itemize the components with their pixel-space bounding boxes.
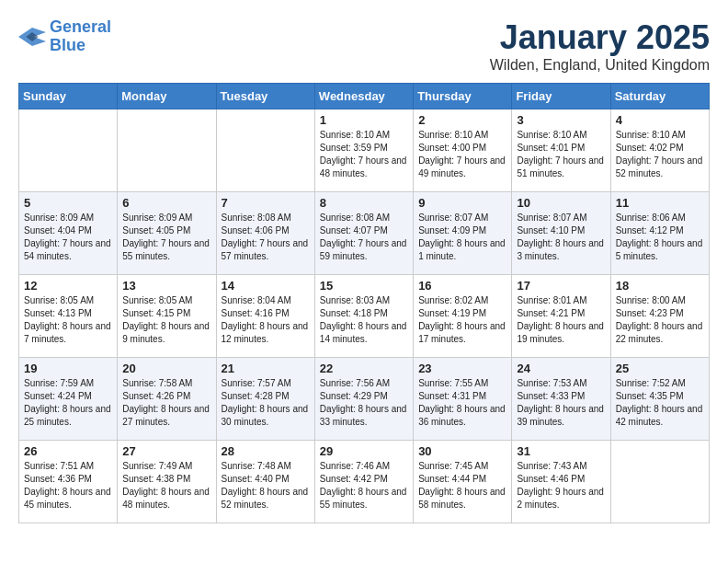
calendar-cell: 16Sunrise: 8:02 AM Sunset: 4:19 PM Dayli… <box>414 275 512 358</box>
calendar-cell: 17Sunrise: 8:01 AM Sunset: 4:21 PM Dayli… <box>512 275 610 358</box>
day-detail: Sunrise: 8:10 AM Sunset: 3:59 PM Dayligh… <box>320 129 408 180</box>
day-number: 10 <box>517 196 605 210</box>
calendar-cell: 13Sunrise: 8:05 AM Sunset: 4:15 PM Dayli… <box>118 275 216 358</box>
day-detail: Sunrise: 7:46 AM Sunset: 4:42 PM Dayligh… <box>320 460 408 511</box>
day-detail: Sunrise: 8:00 AM Sunset: 4:23 PM Dayligh… <box>616 294 704 346</box>
day-detail: Sunrise: 8:09 AM Sunset: 4:05 PM Dayligh… <box>122 212 210 263</box>
day-number: 14 <box>222 279 310 293</box>
calendar-cell: 4Sunrise: 8:10 AM Sunset: 4:02 PM Daylig… <box>610 109 709 192</box>
day-number: 2 <box>418 113 506 127</box>
week-row-1: 1Sunrise: 8:10 AM Sunset: 3:59 PM Daylig… <box>19 109 710 192</box>
day-detail: Sunrise: 8:08 AM Sunset: 4:06 PM Dayligh… <box>222 212 310 263</box>
day-detail: Sunrise: 8:07 AM Sunset: 4:10 PM Dayligh… <box>517 212 605 263</box>
calendar-cell: 8Sunrise: 8:08 AM Sunset: 4:07 PM Daylig… <box>314 192 413 275</box>
calendar-cell: 3Sunrise: 8:10 AM Sunset: 4:01 PM Daylig… <box>512 109 610 192</box>
title-block: January 2025 Wilden, England, United Kin… <box>490 18 710 74</box>
day-number: 18 <box>616 279 704 293</box>
day-detail: Sunrise: 8:04 AM Sunset: 4:16 PM Dayligh… <box>222 294 310 346</box>
calendar-cell: 5Sunrise: 8:09 AM Sunset: 4:04 PM Daylig… <box>19 192 118 275</box>
day-detail: Sunrise: 8:07 AM Sunset: 4:09 PM Dayligh… <box>418 212 506 263</box>
logo-blue: Blue <box>50 36 85 54</box>
week-row-5: 26Sunrise: 7:51 AM Sunset: 4:36 PM Dayli… <box>19 441 710 523</box>
calendar-cell: 14Sunrise: 8:04 AM Sunset: 4:16 PM Dayli… <box>216 275 314 358</box>
day-detail: Sunrise: 8:06 AM Sunset: 4:12 PM Dayligh… <box>616 212 704 263</box>
logo: General Blue <box>18 18 111 55</box>
logo-icon <box>18 26 46 48</box>
location: Wilden, England, United Kingdom <box>490 57 710 74</box>
day-detail: Sunrise: 7:55 AM Sunset: 4:31 PM Dayligh… <box>418 377 506 429</box>
day-detail: Sunrise: 7:51 AM Sunset: 4:36 PM Dayligh… <box>24 460 112 511</box>
day-detail: Sunrise: 7:52 AM Sunset: 4:35 PM Dayligh… <box>616 377 704 429</box>
day-detail: Sunrise: 7:45 AM Sunset: 4:44 PM Dayligh… <box>418 460 506 511</box>
header-cell-tuesday: Tuesday <box>216 84 314 109</box>
calendar-cell: 29Sunrise: 7:46 AM Sunset: 4:42 PM Dayli… <box>314 441 413 523</box>
day-detail: Sunrise: 8:05 AM Sunset: 4:13 PM Dayligh… <box>24 294 112 346</box>
day-number: 23 <box>418 362 506 375</box>
day-detail: Sunrise: 8:09 AM Sunset: 4:04 PM Dayligh… <box>24 212 112 263</box>
calendar-cell: 21Sunrise: 7:57 AM Sunset: 4:28 PM Dayli… <box>216 358 314 441</box>
day-number: 25 <box>616 362 704 375</box>
day-detail: Sunrise: 7:49 AM Sunset: 4:38 PM Dayligh… <box>122 460 210 511</box>
calendar-cell: 22Sunrise: 7:56 AM Sunset: 4:29 PM Dayli… <box>314 358 413 441</box>
calendar-cell: 2Sunrise: 8:10 AM Sunset: 4:00 PM Daylig… <box>414 109 512 192</box>
week-row-4: 19Sunrise: 7:59 AM Sunset: 4:24 PM Dayli… <box>19 358 710 441</box>
day-detail: Sunrise: 8:02 AM Sunset: 4:19 PM Dayligh… <box>418 294 506 346</box>
day-detail: Sunrise: 8:01 AM Sunset: 4:21 PM Dayligh… <box>517 294 605 346</box>
day-number: 8 <box>320 196 408 210</box>
calendar-cell <box>118 109 216 192</box>
day-number: 12 <box>24 279 112 293</box>
calendar-cell: 15Sunrise: 8:03 AM Sunset: 4:18 PM Dayli… <box>314 275 413 358</box>
calendar-cell: 19Sunrise: 7:59 AM Sunset: 4:24 PM Dayli… <box>19 358 118 441</box>
day-number: 7 <box>222 196 310 210</box>
month-title: January 2025 <box>490 18 710 57</box>
day-number: 13 <box>122 279 210 293</box>
day-number: 19 <box>24 362 112 375</box>
header-row: SundayMondayTuesdayWednesdayThursdayFrid… <box>19 84 710 109</box>
week-row-3: 12Sunrise: 8:05 AM Sunset: 4:13 PM Dayli… <box>19 275 710 358</box>
header-cell-saturday: Saturday <box>610 84 709 109</box>
calendar-cell: 27Sunrise: 7:49 AM Sunset: 4:38 PM Dayli… <box>118 441 216 523</box>
logo-general: General <box>50 17 111 36</box>
day-detail: Sunrise: 7:59 AM Sunset: 4:24 PM Dayligh… <box>24 377 112 429</box>
day-number: 6 <box>122 196 210 210</box>
day-number: 4 <box>616 113 704 127</box>
header-cell-monday: Monday <box>118 84 216 109</box>
day-detail: Sunrise: 8:10 AM Sunset: 4:01 PM Dayligh… <box>517 129 605 180</box>
day-number: 29 <box>320 444 408 458</box>
day-number: 16 <box>418 279 506 293</box>
calendar-cell: 18Sunrise: 8:00 AM Sunset: 4:23 PM Dayli… <box>610 275 709 358</box>
calendar-cell: 30Sunrise: 7:45 AM Sunset: 4:44 PM Dayli… <box>414 441 512 523</box>
day-number: 15 <box>320 279 408 293</box>
day-number: 5 <box>24 196 112 210</box>
day-number: 9 <box>418 196 506 210</box>
calendar-cell: 20Sunrise: 7:58 AM Sunset: 4:26 PM Dayli… <box>118 358 216 441</box>
page-header: General Blue January 2025 Wilden, Englan… <box>18 18 710 74</box>
week-row-2: 5Sunrise: 8:09 AM Sunset: 4:04 PM Daylig… <box>19 192 710 275</box>
day-detail: Sunrise: 8:05 AM Sunset: 4:15 PM Dayligh… <box>122 294 210 346</box>
calendar-cell: 26Sunrise: 7:51 AM Sunset: 4:36 PM Dayli… <box>19 441 118 523</box>
day-number: 26 <box>24 444 112 458</box>
header-cell-sunday: Sunday <box>19 84 118 109</box>
header-cell-wednesday: Wednesday <box>314 84 413 109</box>
calendar-cell: 24Sunrise: 7:53 AM Sunset: 4:33 PM Dayli… <box>512 358 610 441</box>
day-detail: Sunrise: 8:03 AM Sunset: 4:18 PM Dayligh… <box>320 294 408 346</box>
day-detail: Sunrise: 8:10 AM Sunset: 4:02 PM Dayligh… <box>616 129 704 180</box>
day-number: 21 <box>222 362 310 375</box>
calendar-cell <box>19 109 118 192</box>
calendar-cell: 6Sunrise: 8:09 AM Sunset: 4:05 PM Daylig… <box>118 192 216 275</box>
header-cell-thursday: Thursday <box>414 84 512 109</box>
calendar-cell: 7Sunrise: 8:08 AM Sunset: 4:06 PM Daylig… <box>216 192 314 275</box>
calendar-cell: 10Sunrise: 8:07 AM Sunset: 4:10 PM Dayli… <box>512 192 610 275</box>
calendar-cell: 31Sunrise: 7:43 AM Sunset: 4:46 PM Dayli… <box>512 441 610 523</box>
day-number: 24 <box>517 362 605 375</box>
day-number: 22 <box>320 362 408 375</box>
logo-text: General Blue <box>50 18 111 55</box>
day-detail: Sunrise: 7:48 AM Sunset: 4:40 PM Dayligh… <box>222 460 310 511</box>
calendar-cell: 1Sunrise: 8:10 AM Sunset: 3:59 PM Daylig… <box>314 109 413 192</box>
day-detail: Sunrise: 7:57 AM Sunset: 4:28 PM Dayligh… <box>222 377 310 429</box>
day-detail: Sunrise: 8:10 AM Sunset: 4:00 PM Dayligh… <box>418 129 506 180</box>
day-number: 3 <box>517 113 605 127</box>
calendar-cell <box>216 109 314 192</box>
day-detail: Sunrise: 7:53 AM Sunset: 4:33 PM Dayligh… <box>517 377 605 429</box>
day-detail: Sunrise: 8:08 AM Sunset: 4:07 PM Dayligh… <box>320 212 408 263</box>
